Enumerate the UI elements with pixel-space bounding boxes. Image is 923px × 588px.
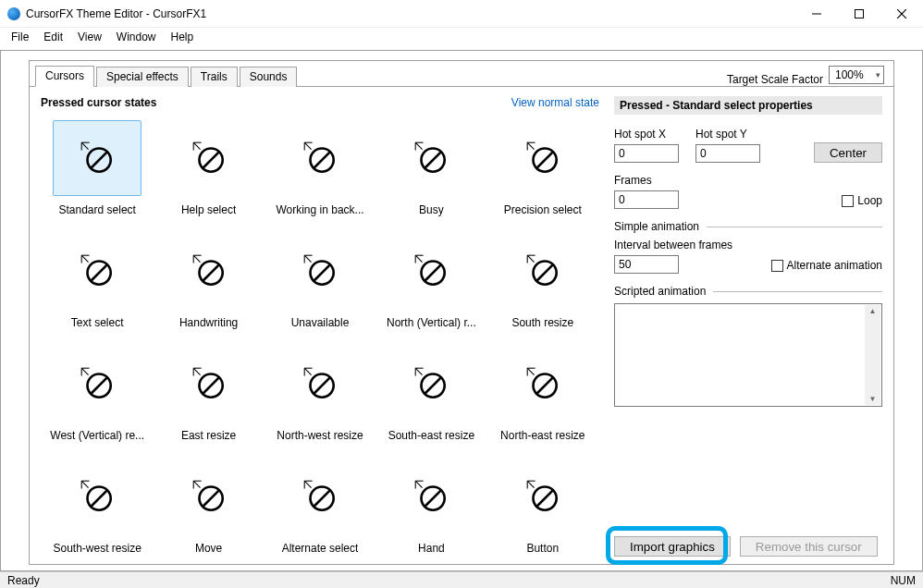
cursor-placeholder-icon [387, 233, 475, 309]
svg-line-18 [304, 142, 311, 149]
cursor-placeholder-icon [498, 346, 587, 422]
cursor-item-label: South resize [511, 316, 573, 329]
cursor-placeholder-icon [53, 233, 142, 309]
svg-line-78 [527, 368, 534, 374]
menu-edit[interactable]: Edit [36, 28, 70, 48]
hotspot-y-input[interactable] [695, 144, 760, 163]
svg-line-58 [81, 368, 88, 374]
cursor-placeholder-icon [165, 120, 253, 196]
cursor-item[interactable]: Help select [157, 120, 259, 216]
cursor-item[interactable]: North-west resize [269, 346, 371, 442]
frames-input[interactable] [614, 190, 679, 209]
cursor-item[interactable]: Button [492, 459, 594, 555]
cursor-item-label: Hand [418, 542, 445, 555]
svg-line-10 [203, 152, 219, 168]
scroll-down-icon: ▼ [869, 395, 877, 403]
cursor-item[interactable]: Move [157, 459, 259, 555]
import-graphics-button[interactable]: Import graphics [614, 536, 731, 557]
alternate-animation-checkbox[interactable] [771, 260, 783, 272]
svg-line-45 [425, 264, 442, 281]
target-scale-label: Target Scale Factor [727, 73, 823, 86]
menu-help[interactable]: Help [164, 28, 202, 48]
loop-label: Loop [857, 194, 882, 207]
cursor-item-label: South-west resize [54, 542, 142, 555]
close-button[interactable] [880, 0, 923, 28]
cursor-item-label: Button [526, 542, 559, 555]
scripted-animation-label: Scripted animation [614, 285, 706, 298]
cursor-placeholder-icon [53, 459, 142, 534]
svg-line-70 [425, 377, 442, 394]
svg-line-40 [314, 264, 330, 281]
cursor-placeholder-icon [498, 233, 587, 309]
cursor-item[interactable]: South-east resize [380, 346, 482, 442]
cursor-item[interactable]: South resize [492, 233, 594, 329]
scripted-animation-textarea[interactable]: ▲ ▼ [614, 303, 882, 407]
status-num: NUM [891, 574, 916, 587]
alternate-animation-label: Alternate animation [787, 259, 882, 272]
cursor-item-label: North (Vertical) r... [387, 316, 476, 329]
cursor-placeholder-icon [387, 346, 475, 422]
svg-line-93 [304, 481, 311, 487]
tab-special-effects[interactable]: Special effects [96, 67, 189, 87]
svg-line-8 [81, 142, 88, 149]
svg-line-88 [193, 481, 200, 487]
svg-line-5 [91, 152, 107, 168]
hotspot-x-input[interactable] [614, 144, 679, 163]
cursor-item[interactable]: Busy [380, 120, 482, 216]
cursor-item[interactable]: North (Vertical) r... [380, 233, 482, 329]
tab-sounds[interactable]: Sounds [240, 67, 298, 87]
view-normal-state-link[interactable]: View normal state [511, 96, 599, 109]
window-title: CursorFX Theme Editor - CursorFX1 [26, 7, 206, 20]
svg-line-65 [314, 377, 330, 394]
center-button[interactable]: Center [814, 142, 882, 163]
tab-cursors[interactable]: Cursors [35, 66, 94, 87]
cursor-item[interactable]: South-west resize [46, 459, 148, 555]
cursor-item-label: South-east resize [388, 429, 474, 442]
svg-line-55 [91, 377, 107, 394]
cursor-placeholder-icon [165, 233, 253, 309]
cursor-item-label: Working in back... [276, 203, 363, 216]
svg-line-60 [203, 377, 219, 394]
cursor-item-label: East resize [181, 429, 236, 442]
cursor-item[interactable]: East resize [157, 346, 259, 442]
menu-window[interactable]: Window [109, 28, 164, 48]
cursor-item[interactable]: Text select [46, 233, 148, 329]
tab-trails[interactable]: Trails [191, 67, 238, 87]
scrollbar[interactable]: ▲ ▼ [865, 305, 880, 405]
interval-input[interactable] [614, 255, 679, 274]
cursor-item[interactable]: Handwriting [157, 233, 259, 329]
cursor-item[interactable]: North-east resize [492, 346, 594, 442]
remove-cursor-button[interactable]: Remove this cursor [740, 536, 878, 557]
cursor-item[interactable]: West (Vertical) re... [46, 346, 148, 442]
target-scale-select[interactable]: 100% ▾ [829, 66, 884, 84]
close-icon [897, 9, 906, 18]
cursor-item[interactable]: Alternate select [269, 459, 371, 555]
chevron-down-icon: ▾ [876, 70, 880, 80]
cursor-item[interactable]: Hand [380, 459, 482, 555]
loop-checkbox[interactable] [842, 195, 854, 207]
menu-bar: File Edit View Window Help [0, 28, 923, 48]
app-icon [7, 7, 20, 20]
cursor-placeholder-icon [276, 346, 364, 422]
svg-rect-1 [855, 9, 864, 18]
svg-line-43 [304, 255, 311, 262]
cursor-item[interactable]: Standard select [46, 120, 148, 216]
menu-view[interactable]: View [70, 28, 109, 48]
maximize-button[interactable] [838, 0, 880, 28]
svg-line-98 [416, 481, 423, 487]
minimize-button[interactable] [795, 0, 838, 28]
left-panel-title: Pressed cursor states [41, 96, 156, 109]
svg-line-63 [193, 368, 200, 374]
interval-label: Interval between frames [614, 239, 732, 251]
cursor-placeholder-icon [165, 459, 253, 534]
hotspot-y-label: Hot spot Y [695, 128, 760, 141]
cursor-item[interactable]: Working in back... [269, 120, 371, 216]
cursor-item[interactable]: Unavailable [269, 233, 371, 329]
svg-line-73 [416, 368, 423, 374]
cursor-item[interactable]: Precision select [492, 120, 594, 216]
status-ready: Ready [7, 574, 40, 587]
cursor-item-label: Standard select [59, 203, 136, 216]
cursor-placeholder-icon [165, 346, 253, 422]
svg-line-80 [91, 490, 107, 507]
menu-file[interactable]: File [4, 28, 36, 48]
